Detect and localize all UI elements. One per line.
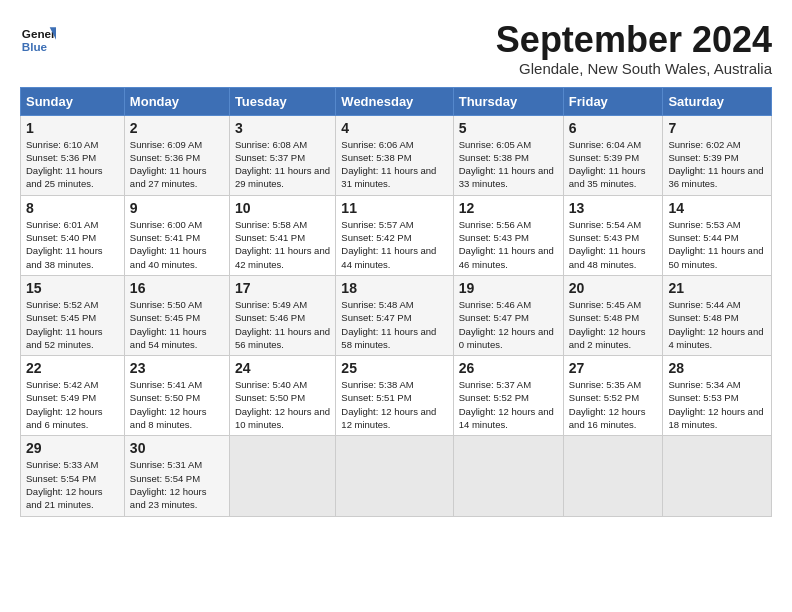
sunrise-label: Sunrise: 5:56 AM	[459, 219, 531, 230]
calendar-cell: 11 Sunrise: 5:57 AM Sunset: 5:42 PM Dayl…	[336, 195, 453, 275]
daylight-label: Daylight: 11 hours and 35 minutes.	[569, 165, 646, 189]
sunset-label: Sunset: 5:52 PM	[459, 392, 529, 403]
day-header-monday: Monday	[124, 87, 229, 115]
day-number: 19	[459, 280, 558, 296]
calendar-cell: 22 Sunrise: 5:42 AM Sunset: 5:49 PM Dayl…	[21, 356, 125, 436]
day-number: 14	[668, 200, 766, 216]
sunrise-label: Sunrise: 5:35 AM	[569, 379, 641, 390]
sunset-label: Sunset: 5:41 PM	[130, 232, 200, 243]
day-number: 25	[341, 360, 447, 376]
daylight-label: Daylight: 11 hours and 29 minutes.	[235, 165, 330, 189]
calendar-cell: 2 Sunrise: 6:09 AM Sunset: 5:36 PM Dayli…	[124, 115, 229, 195]
day-number: 29	[26, 440, 119, 456]
week-row-1: 1 Sunrise: 6:10 AM Sunset: 5:36 PM Dayli…	[21, 115, 772, 195]
sunset-label: Sunset: 5:44 PM	[668, 232, 738, 243]
week-row-2: 8 Sunrise: 6:01 AM Sunset: 5:40 PM Dayli…	[21, 195, 772, 275]
calendar-cell: 9 Sunrise: 6:00 AM Sunset: 5:41 PM Dayli…	[124, 195, 229, 275]
sunset-label: Sunset: 5:54 PM	[26, 473, 96, 484]
sunset-label: Sunset: 5:54 PM	[130, 473, 200, 484]
day-number: 6	[569, 120, 658, 136]
sunset-label: Sunset: 5:50 PM	[130, 392, 200, 403]
calendar-cell: 10 Sunrise: 5:58 AM Sunset: 5:41 PM Dayl…	[229, 195, 335, 275]
daylight-label: Daylight: 11 hours and 44 minutes.	[341, 245, 436, 269]
cell-content: Sunrise: 5:45 AM Sunset: 5:48 PM Dayligh…	[569, 298, 658, 351]
daylight-label: Daylight: 11 hours and 48 minutes.	[569, 245, 646, 269]
daylight-label: Daylight: 11 hours and 33 minutes.	[459, 165, 554, 189]
day-number: 16	[130, 280, 224, 296]
sunrise-label: Sunrise: 5:45 AM	[569, 299, 641, 310]
calendar-cell: 6 Sunrise: 6:04 AM Sunset: 5:39 PM Dayli…	[563, 115, 663, 195]
daylight-label: Daylight: 11 hours and 40 minutes.	[130, 245, 207, 269]
sunset-label: Sunset: 5:42 PM	[341, 232, 411, 243]
daylight-label: Daylight: 11 hours and 52 minutes.	[26, 326, 103, 350]
calendar-cell: 5 Sunrise: 6:05 AM Sunset: 5:38 PM Dayli…	[453, 115, 563, 195]
sunset-label: Sunset: 5:41 PM	[235, 232, 305, 243]
day-number: 18	[341, 280, 447, 296]
sunrise-label: Sunrise: 6:10 AM	[26, 139, 98, 150]
logo: General Blue	[20, 20, 56, 56]
cell-content: Sunrise: 6:05 AM Sunset: 5:38 PM Dayligh…	[459, 138, 558, 191]
calendar-cell: 3 Sunrise: 6:08 AM Sunset: 5:37 PM Dayli…	[229, 115, 335, 195]
day-number: 7	[668, 120, 766, 136]
calendar-cell: 17 Sunrise: 5:49 AM Sunset: 5:46 PM Dayl…	[229, 275, 335, 355]
calendar-cell: 21 Sunrise: 5:44 AM Sunset: 5:48 PM Dayl…	[663, 275, 772, 355]
calendar-cell	[563, 436, 663, 516]
sunrise-label: Sunrise: 6:06 AM	[341, 139, 413, 150]
day-number: 10	[235, 200, 330, 216]
cell-content: Sunrise: 5:52 AM Sunset: 5:45 PM Dayligh…	[26, 298, 119, 351]
sunrise-label: Sunrise: 6:01 AM	[26, 219, 98, 230]
daylight-label: Daylight: 11 hours and 46 minutes.	[459, 245, 554, 269]
day-number: 20	[569, 280, 658, 296]
daylight-label: Daylight: 12 hours and 21 minutes.	[26, 486, 103, 510]
sunset-label: Sunset: 5:53 PM	[668, 392, 738, 403]
sunrise-label: Sunrise: 5:44 AM	[668, 299, 740, 310]
sunset-label: Sunset: 5:38 PM	[459, 152, 529, 163]
day-number: 5	[459, 120, 558, 136]
calendar-cell: 30 Sunrise: 5:31 AM Sunset: 5:54 PM Dayl…	[124, 436, 229, 516]
sunrise-label: Sunrise: 5:48 AM	[341, 299, 413, 310]
sunset-label: Sunset: 5:49 PM	[26, 392, 96, 403]
daylight-label: Daylight: 12 hours and 10 minutes.	[235, 406, 330, 430]
daylight-label: Daylight: 12 hours and 0 minutes.	[459, 326, 554, 350]
day-number: 21	[668, 280, 766, 296]
sunset-label: Sunset: 5:51 PM	[341, 392, 411, 403]
day-header-thursday: Thursday	[453, 87, 563, 115]
sunrise-label: Sunrise: 6:09 AM	[130, 139, 202, 150]
calendar-cell: 26 Sunrise: 5:37 AM Sunset: 5:52 PM Dayl…	[453, 356, 563, 436]
sunrise-label: Sunrise: 5:41 AM	[130, 379, 202, 390]
cell-content: Sunrise: 5:46 AM Sunset: 5:47 PM Dayligh…	[459, 298, 558, 351]
daylight-label: Daylight: 12 hours and 16 minutes.	[569, 406, 646, 430]
day-number: 2	[130, 120, 224, 136]
daylight-label: Daylight: 11 hours and 54 minutes.	[130, 326, 207, 350]
sunset-label: Sunset: 5:40 PM	[26, 232, 96, 243]
cell-content: Sunrise: 5:58 AM Sunset: 5:41 PM Dayligh…	[235, 218, 330, 271]
cell-content: Sunrise: 5:38 AM Sunset: 5:51 PM Dayligh…	[341, 378, 447, 431]
day-header-tuesday: Tuesday	[229, 87, 335, 115]
sunrise-label: Sunrise: 5:49 AM	[235, 299, 307, 310]
cell-content: Sunrise: 5:33 AM Sunset: 5:54 PM Dayligh…	[26, 458, 119, 511]
day-number: 30	[130, 440, 224, 456]
calendar-cell: 12 Sunrise: 5:56 AM Sunset: 5:43 PM Dayl…	[453, 195, 563, 275]
day-header-sunday: Sunday	[21, 87, 125, 115]
daylight-label: Daylight: 11 hours and 27 minutes.	[130, 165, 207, 189]
sunrise-label: Sunrise: 5:37 AM	[459, 379, 531, 390]
day-number: 3	[235, 120, 330, 136]
day-number: 23	[130, 360, 224, 376]
sunrise-label: Sunrise: 6:08 AM	[235, 139, 307, 150]
cell-content: Sunrise: 5:53 AM Sunset: 5:44 PM Dayligh…	[668, 218, 766, 271]
sunrise-label: Sunrise: 5:33 AM	[26, 459, 98, 470]
sunset-label: Sunset: 5:48 PM	[668, 312, 738, 323]
title-area: September 2024 Glendale, New South Wales…	[496, 20, 772, 77]
week-row-5: 29 Sunrise: 5:33 AM Sunset: 5:54 PM Dayl…	[21, 436, 772, 516]
week-row-4: 22 Sunrise: 5:42 AM Sunset: 5:49 PM Dayl…	[21, 356, 772, 436]
sunset-label: Sunset: 5:46 PM	[235, 312, 305, 323]
cell-content: Sunrise: 5:49 AM Sunset: 5:46 PM Dayligh…	[235, 298, 330, 351]
calendar-cell: 15 Sunrise: 5:52 AM Sunset: 5:45 PM Dayl…	[21, 275, 125, 355]
daylight-label: Daylight: 11 hours and 56 minutes.	[235, 326, 330, 350]
cell-content: Sunrise: 5:41 AM Sunset: 5:50 PM Dayligh…	[130, 378, 224, 431]
day-number: 8	[26, 200, 119, 216]
day-number: 27	[569, 360, 658, 376]
daylight-label: Daylight: 12 hours and 12 minutes.	[341, 406, 436, 430]
day-number: 13	[569, 200, 658, 216]
sunrise-label: Sunrise: 5:50 AM	[130, 299, 202, 310]
